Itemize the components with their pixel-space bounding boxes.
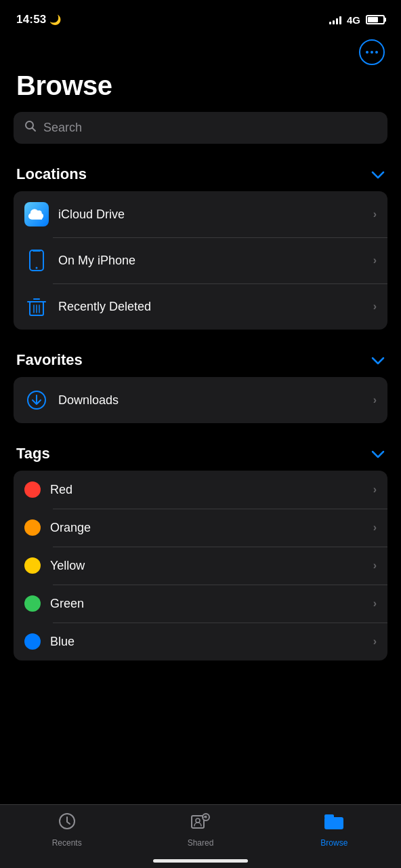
green-tag-label: Green <box>50 597 373 611</box>
network-label: 4G <box>347 14 360 26</box>
downloads-icon <box>24 388 49 412</box>
page-title: Browse <box>0 68 401 112</box>
search-bar[interactable]: Search <box>14 112 387 144</box>
tab-recents[interactable]: Recents <box>40 812 94 848</box>
shared-icon <box>190 812 211 835</box>
svg-rect-17 <box>324 817 343 829</box>
chevron-right-icon: › <box>373 484 377 496</box>
chevron-right-icon: › <box>373 559 377 572</box>
favorites-list: Downloads › <box>14 377 387 423</box>
home-indicator <box>153 859 248 863</box>
locations-title: Locations <box>16 165 87 183</box>
tags-collapse-icon[interactable] <box>371 446 385 462</box>
moon-icon: 🌙 <box>49 14 61 25</box>
ellipsis-icon <box>366 51 378 54</box>
battery-icon <box>366 15 385 24</box>
svg-line-1 <box>33 128 36 132</box>
browse-icon <box>323 812 345 835</box>
tags-section-header: Tags <box>0 439 401 471</box>
chevron-right-icon: › <box>373 254 377 267</box>
svg-rect-4 <box>33 250 41 252</box>
chevron-right-icon: › <box>373 300 377 313</box>
locations-section-header: Locations <box>0 160 401 191</box>
recently-deleted-icon <box>24 294 49 319</box>
chevron-right-icon: › <box>373 208 377 220</box>
yellow-tag-label: Yellow <box>50 559 373 573</box>
list-item[interactable]: On My iPhone › <box>14 237 387 283</box>
downloads-label: Downloads <box>58 393 373 408</box>
locations-list: iCloud Drive › On My iPhone › <box>14 191 387 330</box>
tab-browse[interactable]: Browse <box>307 812 361 848</box>
svg-point-15 <box>205 816 207 818</box>
favorites-collapse-icon[interactable] <box>371 353 385 368</box>
more-options-button[interactable] <box>359 39 385 65</box>
list-item[interactable]: Red › <box>14 471 387 509</box>
list-item[interactable]: Recently Deleted › <box>14 283 387 330</box>
red-tag-label: Red <box>50 483 373 497</box>
on-my-iphone-label: On My iPhone <box>58 254 373 268</box>
yellow-tag-dot <box>24 557 41 574</box>
orange-tag-label: Orange <box>50 521 373 535</box>
blue-tag-dot <box>24 633 41 650</box>
shared-label: Shared <box>188 838 214 848</box>
svg-point-16 <box>196 818 200 823</box>
status-time: 14:53 🌙 <box>16 13 62 26</box>
list-item[interactable]: Downloads › <box>14 377 387 423</box>
svg-point-5 <box>36 267 38 269</box>
on-my-iphone-icon <box>24 248 49 273</box>
status-right: 4G <box>329 14 385 26</box>
tags-title: Tags <box>16 445 50 462</box>
chevron-right-icon: › <box>373 394 377 406</box>
icloud-drive-icon <box>24 202 49 226</box>
tags-list: Red › Orange › Yellow › Green › Blue › <box>14 471 387 660</box>
recently-deleted-label: Recently Deleted <box>58 300 373 314</box>
list-item[interactable]: iCloud Drive › <box>14 191 387 237</box>
list-item[interactable]: Blue › <box>14 623 387 660</box>
tab-shared[interactable]: Shared <box>173 812 228 848</box>
icloud-drive-label: iCloud Drive <box>58 208 373 222</box>
list-item[interactable]: Orange › <box>14 509 387 547</box>
status-bar: 14:53 🌙 4G <box>0 0 401 34</box>
orange-tag-dot <box>24 519 41 536</box>
recents-icon <box>58 812 77 835</box>
chevron-right-icon: › <box>373 597 377 610</box>
header <box>0 34 401 68</box>
locations-collapse-icon[interactable] <box>371 167 385 182</box>
signal-icon <box>329 15 341 24</box>
recents-label: Recents <box>52 838 82 848</box>
favorites-section-header: Favorites <box>0 346 401 377</box>
chevron-right-icon: › <box>373 635 377 648</box>
search-placeholder: Search <box>43 121 82 135</box>
list-item[interactable]: Green › <box>14 585 387 623</box>
tab-bar: Recents Shared Browse <box>0 804 401 868</box>
svg-rect-18 <box>324 814 334 818</box>
favorites-title: Favorites <box>16 351 83 369</box>
red-tag-dot <box>24 481 41 498</box>
browse-label: Browse <box>320 838 347 848</box>
scroll-content: Locations iCloud Drive › <box>0 160 401 758</box>
list-item[interactable]: Yellow › <box>14 547 387 585</box>
chevron-right-icon: › <box>373 521 377 534</box>
green-tag-dot <box>24 595 41 612</box>
search-icon <box>24 120 37 136</box>
blue-tag-label: Blue <box>50 635 373 649</box>
